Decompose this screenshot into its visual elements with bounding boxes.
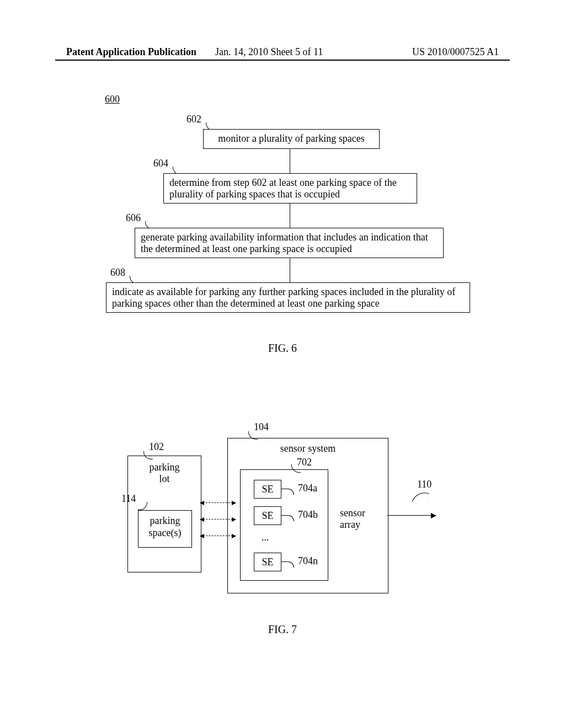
figure-7-caption: FIG. 7 bbox=[0, 623, 565, 636]
output-arrow-110 bbox=[387, 515, 436, 516]
label-602: 602 bbox=[186, 114, 201, 125]
ref-600: 600 bbox=[105, 94, 120, 105]
sensor-system-label: sensor system bbox=[228, 443, 388, 454]
sensor-ellipsis: ... bbox=[262, 532, 269, 543]
label-702: 702 bbox=[297, 457, 312, 468]
header-center: Jan. 14, 2010 Sheet 5 of 11 bbox=[215, 46, 323, 58]
step-606: generate parking availability informatio… bbox=[135, 228, 444, 258]
sensor-se-n: SE bbox=[254, 553, 281, 571]
header-rule bbox=[55, 60, 510, 61]
label-606: 606 bbox=[126, 212, 141, 224]
label-704n: 704n bbox=[298, 555, 318, 567]
label-704b: 704b bbox=[298, 509, 318, 521]
header-right: US 2010/0007525 A1 bbox=[412, 46, 499, 58]
parking-spaces-box: parking space(s) bbox=[138, 510, 192, 548]
sensor-se-b: SE bbox=[254, 506, 281, 525]
connector-606-608 bbox=[290, 258, 290, 282]
label-604: 604 bbox=[153, 158, 168, 169]
header-left: Patent Application Publication bbox=[66, 46, 196, 58]
step-608: indicate as available for parking any fu… bbox=[106, 282, 470, 313]
sensor-se-a: SE bbox=[254, 480, 281, 499]
parking-spaces-label: parking space(s) bbox=[138, 515, 191, 539]
leader-110 bbox=[412, 489, 429, 506]
connector-602-604 bbox=[290, 149, 290, 173]
figure-6-caption: FIG. 6 bbox=[0, 342, 565, 355]
connector-604-606 bbox=[290, 204, 290, 228]
page: Patent Application Publication Jan. 14, … bbox=[0, 0, 565, 728]
label-104: 104 bbox=[254, 421, 269, 433]
sensor-array-label: sensor array bbox=[340, 507, 365, 531]
step-602: monitor a plurality of parking spaces bbox=[203, 129, 380, 149]
label-110: 110 bbox=[417, 479, 431, 490]
label-102: 102 bbox=[149, 441, 164, 453]
parking-lot-box: parking lot parking space(s) bbox=[127, 456, 201, 572]
label-608: 608 bbox=[110, 267, 125, 279]
label-704a: 704a bbox=[298, 483, 317, 494]
step-604: determine from step 602 at least one par… bbox=[163, 173, 417, 204]
parking-lot-label: parking lot bbox=[128, 462, 201, 485]
